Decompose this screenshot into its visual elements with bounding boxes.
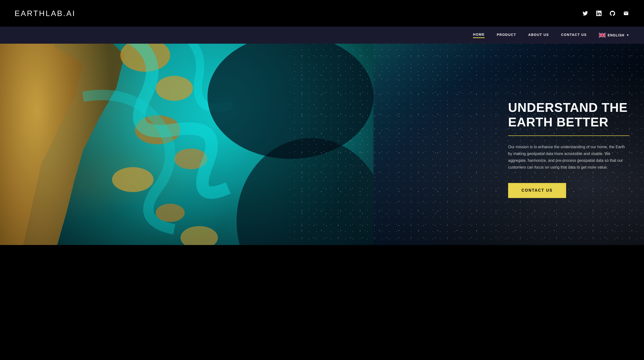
logo-text: EARTHLAB.AI <box>14 9 76 18</box>
hero-title: UNDERSTAND THE EARTH BETTER <box>508 100 630 130</box>
hero-description: Our mission is to enhance the understand… <box>508 144 630 171</box>
language-selector[interactable]: ENGLISH ▼ <box>599 33 630 38</box>
top-header: EARTHLAB.AI <box>0 0 644 27</box>
uk-flag-icon <box>599 33 606 38</box>
twitter-icon[interactable] <box>582 10 589 17</box>
linkedin-icon[interactable] <box>596 10 602 17</box>
social-icons <box>582 10 630 17</box>
github-icon[interactable] <box>609 10 616 17</box>
nav-item-about[interactable]: ABOUT US <box>528 33 549 38</box>
nav-item-home[interactable]: HOME <box>473 32 484 38</box>
contact-us-button[interactable]: CONTACT US <box>508 183 566 198</box>
hero-section: UNDERSTAND THE EARTH BETTER Our mission … <box>0 44 644 245</box>
nav-item-contact[interactable]: CONTACT US <box>561 33 587 38</box>
hero-divider <box>508 135 630 136</box>
chevron-down-icon: ▼ <box>626 34 630 37</box>
logo[interactable]: EARTHLAB.AI <box>14 9 76 18</box>
svg-point-6 <box>112 167 154 192</box>
language-label: ENGLISH <box>608 33 624 37</box>
svg-point-3 <box>156 76 193 101</box>
nav-header: HOME PRODUCT ABOUT US CONTACT US ENGLISH… <box>0 27 644 44</box>
hero-content: UNDERSTAND THE EARTH BETTER Our mission … <box>508 100 630 198</box>
email-icon[interactable] <box>623 10 630 17</box>
nav-item-product[interactable]: PRODUCT <box>497 33 516 38</box>
